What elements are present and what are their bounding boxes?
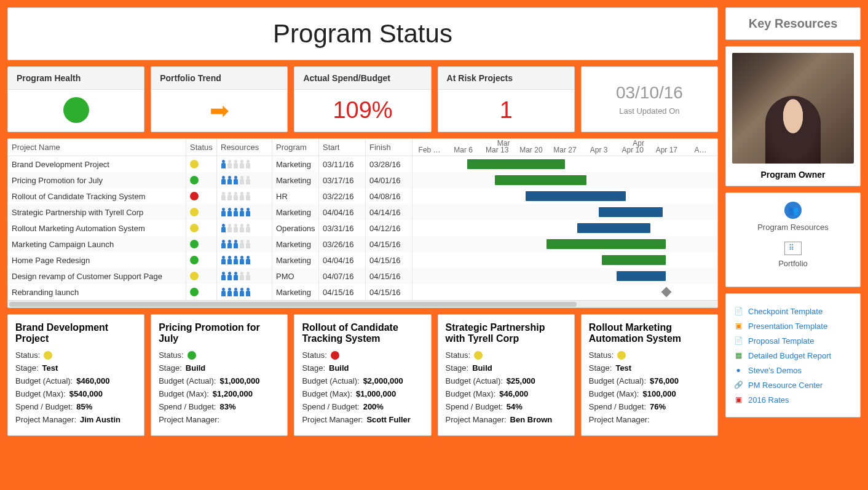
- link-icon: ●: [733, 365, 743, 375]
- project-card[interactable]: Rollout Marketing Automation SystemStatu…: [581, 314, 718, 436]
- gantt-row[interactable]: Rebranding launchMarketing04/15/1604/15/…: [8, 284, 717, 300]
- kpi-last-updated: 03/10/16 Last Updated On: [581, 66, 718, 132]
- gantt-row[interactable]: Rollout Marketing Automation SystemOpera…: [8, 220, 717, 236]
- link-icon: 🔗: [733, 380, 743, 390]
- link-icon: 📄: [733, 336, 743, 346]
- gantt-row[interactable]: Rollout of Candidate Tracking SystemHR03…: [8, 188, 717, 204]
- resources-icon: [221, 176, 251, 184]
- resources-icon: [221, 272, 251, 280]
- owner-photo: [732, 53, 854, 164]
- status-dot-icon: [44, 351, 52, 360]
- resource-link[interactable]: 🔗PM Resource Center: [733, 380, 853, 390]
- key-resources-title: Key Resources: [725, 7, 861, 40]
- gantt-row[interactable]: Design revamp of Customer Support PagePM…: [8, 268, 717, 284]
- status-dot-icon: [190, 224, 199, 232]
- project-card[interactable]: Rollout of Candidate Tracking SystemStat…: [294, 314, 431, 436]
- resource-link[interactable]: 📄Proposal Template: [733, 336, 853, 346]
- kpi-row: Program Health Portfolio Trend ➡ Actual …: [7, 66, 718, 132]
- kpi-at-risk[interactable]: At Risk Projects 1: [438, 66, 575, 132]
- health-green-icon: [63, 97, 89, 123]
- resources-icon: [221, 256, 251, 264]
- gantt-row[interactable]: Strategic Partnership with Tyrell CorpMa…: [8, 204, 717, 220]
- resources-icon: [221, 240, 251, 248]
- project-card[interactable]: Strategic Partnership with Tyrell CorpSt…: [438, 314, 575, 436]
- page-title-panel: Program Status: [7, 7, 718, 60]
- project-cards: Brand Development ProjectStatus:Stage:Te…: [7, 314, 718, 436]
- status-dot-icon: [190, 160, 199, 168]
- resource-link[interactable]: ▦Detailed Budget Report: [733, 350, 853, 360]
- link-icon: ▣: [733, 395, 743, 405]
- col-resources[interactable]: Resources: [217, 139, 272, 156]
- gantt-row[interactable]: Home Page RedesignMarketing04/04/1604/15…: [8, 252, 717, 268]
- resources-icon: [221, 160, 251, 168]
- h-scrollbar[interactable]: [8, 300, 717, 307]
- kpi-program-health[interactable]: Program Health: [7, 66, 144, 132]
- link-icon: 📄: [733, 306, 743, 316]
- program-owner-widget[interactable]: Program Owner: [725, 46, 861, 186]
- status-dot-icon: [190, 192, 199, 200]
- status-dot-icon: [190, 176, 199, 184]
- page-title: Program Status: [19, 19, 706, 49]
- status-dot-icon: [474, 351, 483, 360]
- resource-link[interactable]: ▣Presentation Template: [733, 321, 853, 331]
- program-resources-icon[interactable]: 👥: [784, 202, 802, 219]
- project-card[interactable]: Pricing Promotion for JulyStatus:Stage:B…: [151, 314, 288, 436]
- status-dot-icon: [190, 288, 199, 296]
- link-icon: ▦: [733, 350, 743, 360]
- gantt-row[interactable]: Brand Development ProjectMarketing03/11/…: [8, 156, 717, 172]
- trend-arrow-icon: ➡: [160, 97, 278, 124]
- kpi-actual-spend[interactable]: Actual Spend/Budget 109%: [294, 66, 431, 132]
- resources-icon: [221, 288, 251, 296]
- gantt-row[interactable]: Pricing Promotion for JulyMarketing03/17…: [8, 172, 717, 188]
- portfolio-icon[interactable]: [784, 242, 802, 255]
- status-dot-icon: [617, 351, 626, 360]
- resources-icon: [221, 192, 251, 200]
- col-finish[interactable]: Finish: [366, 139, 412, 156]
- kpi-portfolio-trend[interactable]: Portfolio Trend ➡: [151, 66, 288, 132]
- link-icon: ▣: [733, 321, 743, 331]
- resource-link[interactable]: 📄Checkpoint Template: [733, 306, 853, 316]
- status-dot-icon: [187, 351, 196, 360]
- resource-link[interactable]: ●Steve's Demos: [733, 365, 853, 375]
- col-start[interactable]: Start: [319, 139, 366, 156]
- project-card[interactable]: Brand Development ProjectStatus:Stage:Te…: [7, 314, 144, 436]
- col-status[interactable]: Status: [186, 139, 217, 156]
- resource-links: 📄Checkpoint Template▣Presentation Templa…: [725, 293, 861, 417]
- status-dot-icon: [190, 256, 199, 264]
- resource-shortcuts: 👥 Program Resources Portfolio: [725, 192, 861, 287]
- gantt-chart[interactable]: Project Name Status Resources Program St…: [7, 138, 718, 308]
- gantt-row[interactable]: Marketing Campaign LaunchMarketing03/26/…: [8, 236, 717, 252]
- resources-icon: [221, 224, 251, 232]
- status-dot-icon: [331, 351, 339, 360]
- status-dot-icon: [190, 240, 199, 248]
- resources-icon: [221, 208, 251, 216]
- col-project-name[interactable]: Project Name: [8, 139, 186, 156]
- col-timeline: MarApr Feb …Mar 6Mar 13Mar 20Mar 27Apr 3…: [412, 139, 717, 156]
- col-program[interactable]: Program: [272, 139, 319, 156]
- status-dot-icon: [190, 272, 199, 280]
- status-dot-icon: [190, 208, 199, 216]
- resource-link[interactable]: ▣2016 Rates: [733, 395, 853, 405]
